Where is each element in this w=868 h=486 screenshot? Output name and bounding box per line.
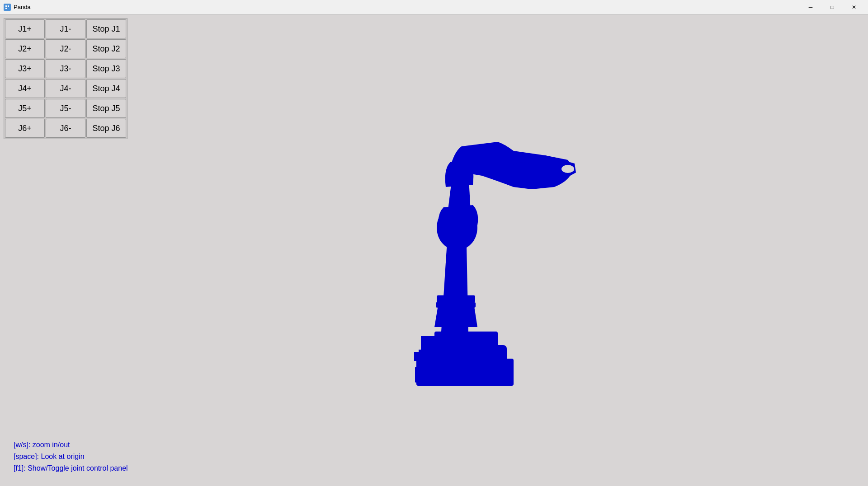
j6-plus-button[interactable]: J6+ (5, 119, 45, 138)
main-content: J1+ J1- Stop J1 J2+ J2- Stop J2 J3+ J3- … (0, 14, 868, 486)
svg-rect-18 (425, 370, 431, 383)
j5-stop-button[interactable]: Stop J5 (86, 99, 126, 118)
close-button[interactable]: ✕ (844, 0, 864, 14)
j2-stop-button[interactable]: Stop J2 (86, 39, 126, 58)
svg-rect-16 (450, 246, 456, 282)
j5-minus-button[interactable]: J5- (46, 99, 85, 118)
svg-rect-14 (437, 295, 475, 302)
j4-plus-button[interactable]: J4+ (5, 79, 45, 98)
svg-rect-17 (415, 367, 422, 383)
svg-rect-2 (8, 5, 9, 7)
help-origin: [space]: Look at origin (14, 453, 128, 461)
j3-stop-button[interactable]: Stop J3 (86, 59, 126, 78)
svg-rect-9 (414, 352, 423, 361)
j2-minus-button[interactable]: J2- (46, 39, 85, 58)
joint-control-panel: J1+ J1- Stop J1 J2+ J2- Stop J2 J3+ J3- … (4, 18, 127, 139)
maximize-button[interactable]: □ (822, 0, 843, 14)
j1-minus-button[interactable]: J1- (46, 19, 85, 38)
svg-rect-7 (434, 332, 498, 354)
svg-rect-3 (5, 8, 7, 9)
j6-minus-button[interactable]: J6- (46, 119, 85, 138)
svg-rect-1 (5, 5, 7, 7)
window-title: Panda (14, 4, 31, 10)
j1-plus-button[interactable]: J1+ (5, 19, 45, 38)
help-toggle: [f1]: Show/Toggle joint control panel (14, 464, 128, 472)
robot-visualization (364, 92, 590, 408)
svg-point-13 (561, 165, 574, 173)
app-icon (4, 4, 11, 11)
help-text-area: [w/s]: zoom in/out [space]: Look at orig… (14, 441, 128, 472)
j5-plus-button[interactable]: J5+ (5, 99, 45, 118)
j1-stop-button[interactable]: Stop J1 (86, 19, 126, 38)
j4-stop-button[interactable]: Stop J4 (86, 79, 126, 98)
robot-viewport[interactable] (0, 14, 868, 486)
title-bar: Panda ─ □ ✕ (0, 0, 868, 14)
help-zoom: [w/s]: zoom in/out (14, 441, 128, 449)
j4-minus-button[interactable]: J4- (46, 79, 85, 98)
j3-minus-button[interactable]: J3- (46, 59, 85, 78)
svg-rect-0 (5, 5, 10, 10)
j3-plus-button[interactable]: J3+ (5, 59, 45, 78)
svg-rect-15 (436, 302, 476, 308)
svg-point-12 (509, 162, 536, 180)
j6-stop-button[interactable]: Stop J6 (86, 119, 126, 138)
svg-rect-5 (416, 359, 514, 386)
window-controls: ─ □ ✕ (800, 0, 864, 14)
title-bar-left: Panda (4, 4, 31, 11)
minimize-button[interactable]: ─ (800, 0, 821, 14)
j2-plus-button[interactable]: J2+ (5, 39, 45, 58)
